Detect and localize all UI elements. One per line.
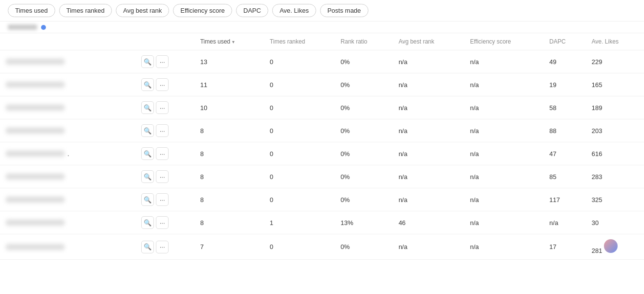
main-table-container: Times used ▾Times rankedRank ratioAvg be… bbox=[0, 33, 644, 260]
more-actions-button[interactable]: ··· bbox=[156, 170, 169, 183]
dapc-cell-4: 47 bbox=[543, 142, 585, 165]
blurred-label bbox=[8, 24, 37, 30]
avg-best-rank-cell-8: n/a bbox=[393, 234, 464, 260]
blurred-name-3 bbox=[6, 128, 64, 134]
name-cell-7 bbox=[0, 211, 135, 234]
more-actions-button[interactable]: ··· bbox=[156, 55, 169, 68]
search-action-button[interactable]: 🔍 bbox=[141, 101, 154, 114]
filter-chip-times-ranked[interactable]: Times ranked bbox=[59, 4, 112, 17]
efficiency-score-cell-7: n/a bbox=[464, 211, 543, 234]
filter-chip-dapc[interactable]: DAPC bbox=[236, 4, 268, 17]
more-actions-button[interactable]: ··· bbox=[156, 78, 169, 91]
actions-cell-2: 🔍··· bbox=[135, 96, 194, 119]
rank-ratio-cell-5: 0% bbox=[335, 165, 393, 188]
ave-likes-cell-7: 30 bbox=[586, 211, 644, 234]
efficiency-score-cell-2: n/a bbox=[464, 96, 543, 119]
filter-chip-ave.-likes[interactable]: Ave. Likes bbox=[272, 4, 316, 17]
rank-ratio-cell-7: 13% bbox=[335, 211, 393, 234]
avg-best-rank-cell-2: n/a bbox=[393, 96, 464, 119]
search-action-button[interactable]: 🔍 bbox=[141, 241, 154, 253]
times-ranked-cell-3: 0 bbox=[264, 119, 335, 142]
name-cell-6 bbox=[0, 188, 135, 211]
col-header-rankRatio: Rank ratio bbox=[335, 33, 393, 50]
table-row: .🔍···800%n/an/a47616 bbox=[0, 142, 644, 165]
efficiency-score-cell-0: n/a bbox=[464, 50, 543, 73]
sort-icon-timesUsed: ▾ bbox=[232, 39, 235, 45]
table-header-label-row bbox=[0, 22, 644, 33]
dapc-cell-7: n/a bbox=[543, 211, 585, 234]
search-action-button[interactable]: 🔍 bbox=[141, 147, 154, 160]
blurred-name-2 bbox=[6, 105, 64, 111]
col-header-dapc: DAPC bbox=[543, 33, 585, 50]
efficiency-score-cell-3: n/a bbox=[464, 119, 543, 142]
search-action-button[interactable]: 🔍 bbox=[141, 124, 154, 137]
times-ranked-cell-6: 0 bbox=[264, 188, 335, 211]
table-row: 🔍···1300%n/an/a49229 bbox=[0, 50, 644, 73]
search-action-button[interactable]: 🔍 bbox=[141, 55, 154, 68]
times-ranked-cell-5: 0 bbox=[264, 165, 335, 188]
search-action-button[interactable]: 🔍 bbox=[141, 170, 154, 183]
filter-chip-avg-best-rank[interactable]: Avg best rank bbox=[116, 4, 169, 17]
col-header-actions bbox=[135, 33, 194, 50]
ave-likes-cell-4: 616 bbox=[586, 142, 644, 165]
rank-ratio-cell-0: 0% bbox=[335, 50, 393, 73]
dapc-cell-1: 19 bbox=[543, 73, 585, 96]
ave-likes-cell-6: 325 bbox=[586, 188, 644, 211]
more-actions-button[interactable]: ··· bbox=[156, 241, 169, 253]
avg-best-rank-cell-1: n/a bbox=[393, 73, 464, 96]
filter-chip-times-used[interactable]: Times used bbox=[8, 4, 55, 17]
times-ranked-cell-8: 0 bbox=[264, 234, 335, 260]
actions-cell-0: 🔍··· bbox=[135, 50, 194, 73]
ave-likes-cell-2: 189 bbox=[586, 96, 644, 119]
rank-ratio-cell-6: 0% bbox=[335, 188, 393, 211]
blurred-name-7 bbox=[6, 220, 64, 226]
name-cell-8 bbox=[0, 234, 135, 260]
col-header-aveLikes: Ave. Likes bbox=[586, 33, 644, 50]
table-row: 🔍···1100%n/an/a19165 bbox=[0, 73, 644, 96]
filter-chip-efficiency-score[interactable]: Efficiency score bbox=[173, 4, 232, 17]
times-used-cell-5: 8 bbox=[194, 165, 264, 188]
dapc-cell-3: 88 bbox=[543, 119, 585, 142]
table-header: Times used ▾Times rankedRank ratioAvg be… bbox=[0, 33, 644, 50]
actions-cell-5: 🔍··· bbox=[135, 165, 194, 188]
actions-cell-1: 🔍··· bbox=[135, 73, 194, 96]
efficiency-score-cell-4: n/a bbox=[464, 142, 543, 165]
efficiency-score-cell-1: n/a bbox=[464, 73, 543, 96]
name-cell-2 bbox=[0, 96, 135, 119]
col-header-timesUsed[interactable]: Times used ▾ bbox=[194, 33, 264, 50]
avatar-icon bbox=[604, 239, 618, 253]
more-actions-button[interactable]: ··· bbox=[156, 101, 169, 114]
table-row: 🔍···800%n/an/a85283 bbox=[0, 165, 644, 188]
blurred-name-1 bbox=[6, 82, 64, 88]
times-used-cell-2: 10 bbox=[194, 96, 264, 119]
more-actions-button[interactable]: ··· bbox=[156, 147, 169, 160]
more-actions-button[interactable]: ··· bbox=[156, 193, 169, 206]
search-action-button[interactable]: 🔍 bbox=[141, 216, 154, 229]
col-header-efficiencyScore: Efficiency score bbox=[464, 33, 543, 50]
name-cell-0 bbox=[0, 50, 135, 73]
table-body: 🔍···1300%n/an/a49229🔍···1100%n/an/a19165… bbox=[0, 50, 644, 260]
search-action-button[interactable]: 🔍 bbox=[141, 193, 154, 206]
name-cell-4: . bbox=[0, 142, 135, 165]
actions-cell-7: 🔍··· bbox=[135, 211, 194, 234]
more-actions-button[interactable]: ··· bbox=[156, 124, 169, 137]
times-used-cell-4: 8 bbox=[194, 142, 264, 165]
search-action-button[interactable]: 🔍 bbox=[141, 78, 154, 91]
header-blue-dot bbox=[41, 25, 46, 30]
table-row: 🔍···700%n/an/a17281 bbox=[0, 234, 644, 260]
ave-likes-cell-0: 229 bbox=[586, 50, 644, 73]
name-cell-1 bbox=[0, 73, 135, 96]
more-actions-button[interactable]: ··· bbox=[156, 216, 169, 229]
ave-likes-cell-8: 281 bbox=[586, 234, 644, 260]
efficiency-score-cell-5: n/a bbox=[464, 165, 543, 188]
avg-best-rank-cell-6: n/a bbox=[393, 188, 464, 211]
table-row: 🔍···800%n/an/a117325 bbox=[0, 188, 644, 211]
rank-ratio-cell-2: 0% bbox=[335, 96, 393, 119]
name-cell-5 bbox=[0, 165, 135, 188]
times-used-cell-6: 8 bbox=[194, 188, 264, 211]
actions-cell-4: 🔍··· bbox=[135, 142, 194, 165]
ave-likes-cell-1: 165 bbox=[586, 73, 644, 96]
rank-ratio-cell-1: 0% bbox=[335, 73, 393, 96]
avg-best-rank-cell-4: n/a bbox=[393, 142, 464, 165]
filter-chip-posts-made[interactable]: Posts made bbox=[320, 4, 368, 17]
